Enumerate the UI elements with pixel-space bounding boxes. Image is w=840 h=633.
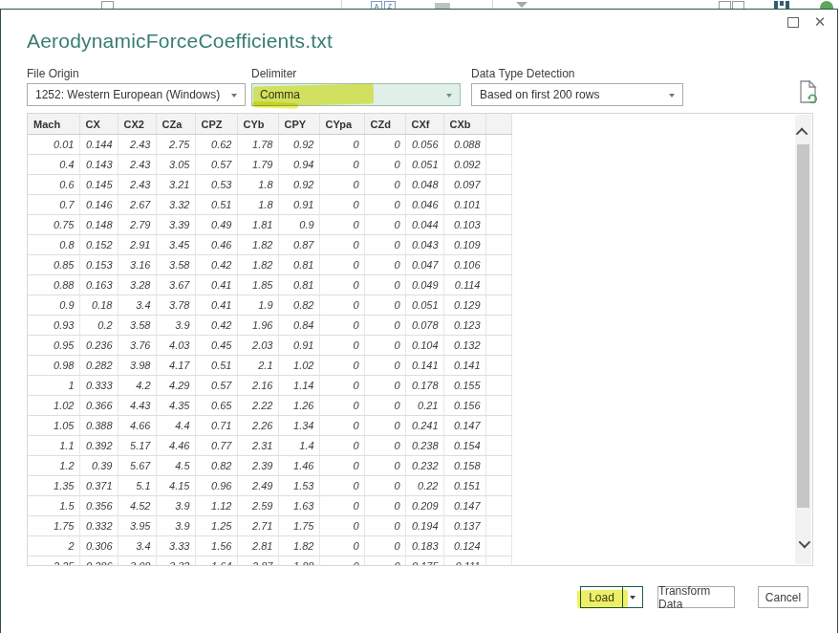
table-cell: 1.53 bbox=[278, 476, 319, 496]
column-header bbox=[485, 114, 511, 135]
column-header: CYpa bbox=[319, 114, 364, 135]
table-cell: 0.45 bbox=[195, 336, 237, 356]
table-cell: 4.5 bbox=[156, 456, 195, 476]
table-header-row: MachCXCX2CZaCPZCYbCPYCYpaCZdCXfCXb bbox=[28, 114, 511, 135]
table-cell: 3.95 bbox=[118, 516, 156, 536]
table-cell: 0.051 bbox=[405, 155, 443, 175]
table-cell: 0 bbox=[319, 336, 364, 356]
table-cell: 1.75 bbox=[278, 516, 319, 536]
table-cell: 0.81 bbox=[278, 275, 319, 295]
table-cell: 3.9 bbox=[156, 516, 195, 536]
table-cell: 0.282 bbox=[79, 356, 118, 376]
table-cell: 0.286 bbox=[79, 557, 118, 567]
table-cell: 0.57 bbox=[195, 155, 237, 175]
table-cell: 0.046 bbox=[405, 195, 443, 215]
table-cell: 0.306 bbox=[79, 536, 118, 557]
table-cell: 0.109 bbox=[443, 235, 485, 255]
data-type-detection-dropdown[interactable]: Based on first 200 rows bbox=[471, 83, 683, 106]
chart-columns-icon bbox=[774, 1, 789, 9]
table-cell bbox=[485, 456, 511, 476]
table-cell: 3.39 bbox=[156, 215, 195, 235]
table-row: 0.980.2823.984.170.512.11.02000.1410.141 bbox=[28, 356, 511, 376]
table-cell: 2.43 bbox=[118, 135, 156, 155]
table-cell: 5.17 bbox=[118, 436, 156, 456]
table-cell: 0 bbox=[364, 536, 405, 557]
table-cell: 0.94 bbox=[278, 155, 319, 175]
table-cell bbox=[485, 275, 511, 295]
table-cell: 0.103 bbox=[443, 215, 485, 235]
scrollbar-thumb[interactable] bbox=[797, 144, 809, 508]
delimiter-dropdown[interactable]: Comma bbox=[251, 83, 461, 106]
table-cell: 0 bbox=[364, 356, 405, 376]
table-cell: 3.98 bbox=[118, 356, 156, 376]
table-cell: 0.147 bbox=[443, 496, 485, 516]
table-cell: 0.043 bbox=[405, 235, 443, 255]
table-cell: 1 bbox=[28, 376, 79, 396]
table-cell: 0 bbox=[364, 557, 405, 567]
table-cell: 1.8 bbox=[237, 195, 278, 215]
table-cell: 0.132 bbox=[443, 336, 485, 356]
table-cell: 0.124 bbox=[443, 536, 485, 557]
table-cell: 0.388 bbox=[79, 416, 118, 436]
table-cell: 1.8 bbox=[237, 175, 278, 195]
table-cell: 0.141 bbox=[405, 356, 443, 376]
table-cell: 1.79 bbox=[237, 155, 278, 175]
table-cell: 0.9 bbox=[278, 215, 319, 235]
table-cell: 0 bbox=[319, 175, 364, 195]
table-cell: 0.092 bbox=[443, 155, 485, 175]
table-cell: 2.31 bbox=[237, 436, 278, 456]
ribbon-green-icon bbox=[820, 1, 833, 9]
table-cell: 0.6 bbox=[28, 175, 79, 195]
table-cell: 0.148 bbox=[79, 215, 118, 235]
table-cell: 0.92 bbox=[278, 175, 319, 195]
table-cell: 4.52 bbox=[118, 496, 156, 516]
table-row: 0.60.1452.433.210.531.80.92000.0480.097 bbox=[28, 175, 511, 195]
dialog-title: AerodynamicForceCoefficients.txt bbox=[27, 30, 333, 53]
table-row: 1.10.3925.174.460.772.311.4000.2380.154 bbox=[28, 436, 511, 456]
table-cell: 0.123 bbox=[443, 316, 485, 336]
table-cell: 0 bbox=[364, 456, 405, 476]
close-button[interactable]: ✕ bbox=[809, 12, 830, 32]
table-cell bbox=[485, 356, 511, 376]
file-origin-dropdown[interactable]: 1252: Western European (Windows) bbox=[27, 83, 246, 106]
maximize-button[interactable] bbox=[783, 12, 804, 32]
table-row: 20.3063.43.331.562.811.82000.1830.124 bbox=[28, 536, 511, 557]
table-cell bbox=[485, 496, 511, 516]
chevron-down-icon bbox=[446, 94, 452, 98]
table-cell bbox=[485, 175, 511, 195]
table-cell: 0 bbox=[319, 436, 364, 456]
table-cell bbox=[485, 295, 511, 316]
table-cell: 0.232 bbox=[405, 456, 443, 476]
load-button[interactable]: Load bbox=[581, 587, 622, 607]
table-cell: 0 bbox=[364, 476, 405, 496]
table-cell: 0.4 bbox=[28, 155, 79, 175]
vertical-scrollbar[interactable] bbox=[795, 115, 811, 564]
table-row: 1.50.3564.523.91.122.591.63000.2090.147 bbox=[28, 496, 511, 516]
preview-table: MachCXCX2CZaCPZCYbCPYCYpaCZdCXfCXb 0.010… bbox=[28, 114, 512, 566]
maximize-icon bbox=[787, 17, 799, 28]
table-cell: 1.5 bbox=[28, 496, 79, 516]
table-cell: 0.82 bbox=[195, 456, 237, 476]
scroll-down-button[interactable] bbox=[795, 534, 811, 553]
table-cell: 0 bbox=[319, 135, 364, 155]
table-cell: 0 bbox=[319, 516, 364, 536]
refresh-preview-button[interactable] bbox=[797, 78, 820, 107]
ribbon-window-icon bbox=[732, 1, 744, 9]
table-cell: 0.141 bbox=[443, 356, 485, 376]
table-cell: 0.056 bbox=[405, 135, 443, 155]
table-cell: 1.25 bbox=[195, 516, 237, 536]
table-cell: 3.21 bbox=[156, 175, 195, 195]
table-cell: 1.81 bbox=[237, 215, 278, 235]
table-cell: 0 bbox=[364, 295, 405, 316]
table-cell: 1.78 bbox=[237, 135, 278, 155]
table-cell: 0 bbox=[364, 436, 405, 456]
table-cell: 0 bbox=[319, 536, 364, 557]
table-cell: 0.01 bbox=[28, 135, 79, 155]
column-header: CX bbox=[79, 114, 118, 135]
transform-data-button[interactable]: Transform Data bbox=[657, 586, 735, 608]
cancel-button[interactable]: Cancel bbox=[758, 586, 808, 608]
table-cell bbox=[485, 376, 511, 396]
file-origin-value: 1252: Western European (Windows) bbox=[35, 88, 220, 101]
load-options-button[interactable] bbox=[622, 587, 642, 607]
scroll-up-button[interactable] bbox=[795, 122, 811, 142]
